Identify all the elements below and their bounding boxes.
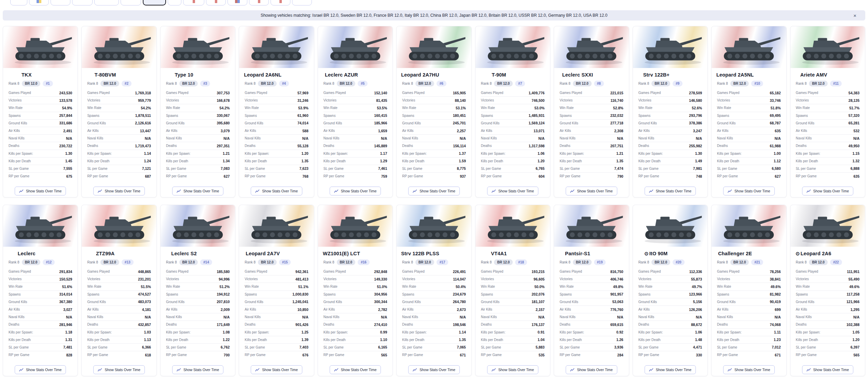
stat-value: 7,623 <box>300 166 308 171</box>
stat-label: Win Rate <box>717 285 731 288</box>
show-stats-over-time-button[interactable]: Show Stats Over Time <box>566 365 617 374</box>
line-chart-icon <box>413 189 417 193</box>
br-badge: BR 12.0 <box>809 81 828 86</box>
nation-filter-button[interactable] <box>94 0 119 5</box>
show-stats-over-time-button[interactable]: Show Stats Over Time <box>93 187 144 195</box>
nation-filter-button[interactable] <box>121 0 141 5</box>
show-stats-over-time-button[interactable]: Show Stats Over Time <box>172 365 223 374</box>
show-stats-over-time-button[interactable]: Show Stats Over Time <box>330 187 381 195</box>
stat-value: 1.31 <box>65 338 72 342</box>
stat-label: Naval Kills <box>638 315 655 319</box>
vehicle-name: Leclerc <box>18 251 36 256</box>
stat-label: Kills per Death <box>323 338 346 342</box>
stat-label: RP per Game <box>323 353 344 357</box>
stat-value: 2,126,616 <box>135 121 151 125</box>
rank-label: Rank 8 <box>9 82 19 85</box>
stat-row: Air Kills635 <box>717 127 781 135</box>
br-badge: BR 12.0 <box>415 81 434 86</box>
show-stats-over-time-button[interactable]: Show Stats Over Time <box>487 365 538 374</box>
stat-label: Spawns <box>796 292 808 296</box>
show-stats-over-time-button[interactable]: Show Stats Over Time <box>645 365 696 374</box>
show-stats-over-time-button[interactable]: Show Stats Over Time <box>566 187 617 195</box>
stat-value: 483,073 <box>138 300 151 304</box>
stat-label: Naval Kills <box>166 315 182 319</box>
stat-value: 304,956 <box>374 292 387 296</box>
stats-table: Games Played292,848Victories149,330Win R… <box>318 268 392 358</box>
stat-value: 1.12 <box>774 159 781 163</box>
show-stats-over-time-button[interactable]: Show Stats Over Time <box>723 365 774 374</box>
stat-row: RP per Game675 <box>9 173 72 180</box>
stat-row: Win Rate51.6% <box>9 283 72 290</box>
show-stats-over-time-button[interactable]: Show Stats Over Time <box>93 365 144 374</box>
show-stats-over-time-button[interactable]: Show Stats Over Time <box>251 365 302 374</box>
stat-label: Deaths <box>481 323 492 326</box>
nation-filter-button[interactable] <box>10 0 27 5</box>
show-stats-over-time-button[interactable]: Show Stats Over Time <box>408 187 459 195</box>
show-stats-over-time-button[interactable]: Show Stats Over Time <box>645 187 696 195</box>
stat-label: Kills per Spawn: <box>717 330 742 334</box>
stat-row: Kills per Death1.31 <box>9 336 72 344</box>
show-stats-over-time-button[interactable]: Show Stats Over Time <box>487 187 538 195</box>
nation-filter-button[interactable] <box>271 0 290 5</box>
show-stats-over-time-button[interactable]: Show Stats Over Time <box>723 187 774 195</box>
stat-label: Ground Kills <box>796 121 814 125</box>
vehicle-image <box>633 26 707 68</box>
stat-row: Deaths176,137 <box>481 321 545 328</box>
nation-filter-button[interactable] <box>292 0 312 5</box>
show-stats-over-time-button[interactable]: Show Stats Over Time <box>251 187 302 195</box>
show-stats-over-time-button[interactable]: Show Stats Over Time <box>172 187 223 195</box>
stat-row: Win Rate51.7% <box>796 104 859 112</box>
nation-filter-button[interactable] <box>143 0 166 5</box>
stat-label: Kills per Spawn: <box>560 330 584 334</box>
br-badge: BR 12.0 <box>651 259 670 265</box>
stat-row: RP per Game635 <box>796 173 859 180</box>
stat-row: Games Played942,361 <box>245 268 308 275</box>
nation-filter-button[interactable] <box>29 0 49 5</box>
stat-row: Spawns123,966 <box>638 291 702 298</box>
show-stats-over-time-button[interactable]: Show Stats Over Time <box>330 365 381 374</box>
show-stats-over-time-button[interactable]: Show Stats Over Time <box>408 365 459 374</box>
stat-row: Naval KillsN/A <box>9 135 72 142</box>
show-stats-over-time-button[interactable]: Show Stats Over Time <box>802 187 853 195</box>
position-badge: #5 <box>358 81 368 86</box>
line-chart-icon <box>492 368 496 372</box>
stat-value: N/A <box>66 136 72 140</box>
close-icon[interactable]: × <box>853 10 856 21</box>
stat-value: 1,719,473 <box>135 144 151 148</box>
stat-row: SL per Game6,762 <box>166 344 230 351</box>
nation-filter-button[interactable] <box>228 0 247 5</box>
nation-filter-button[interactable] <box>168 0 181 5</box>
stat-row: Deaths901,426 <box>245 321 308 328</box>
show-stats-over-time-button[interactable]: Show Stats Over Time <box>15 187 66 195</box>
nation-filter-button[interactable] <box>206 0 226 5</box>
vehicle-name-row: T-80BVM <box>82 72 128 78</box>
stat-label: Games Played <box>9 270 31 273</box>
stat-row: Kills per Death1.32 <box>796 158 859 165</box>
show-stats-over-time-label: Show Stats Over Time <box>577 189 612 193</box>
stat-value: 1.49 <box>695 159 702 163</box>
stat-label: Kills per Death <box>166 338 188 342</box>
stat-value: 6,366 <box>142 345 151 349</box>
show-stats-over-time-button[interactable]: Show Stats Over Time <box>15 365 66 374</box>
stat-label: Deaths <box>717 323 728 326</box>
show-stats-over-time-button[interactable]: Show Stats Over Time <box>802 365 853 374</box>
rank-label: Rank 8 <box>166 82 177 85</box>
stat-label: Games Played <box>323 91 346 95</box>
show-stats-over-time-label: Show Stats Over Time <box>813 368 849 372</box>
vehicle-card: Leopard 2A6NL Rank 8 BR 12.0 #4 Games Pl… <box>239 26 314 198</box>
stat-row: Kills per Spawn:0.92 <box>560 329 623 336</box>
nation-filter-button[interactable] <box>183 0 204 5</box>
nation-filter-button[interactable] <box>249 0 269 5</box>
stat-value: 1.22 <box>223 338 230 342</box>
vehicle-name: WZ1001(E) LCT <box>323 251 360 256</box>
line-chart-icon <box>570 368 575 372</box>
stat-value: 51.5% <box>141 285 151 289</box>
stat-label: Deaths <box>9 323 19 326</box>
stat-row: Win Rate54.2% <box>166 104 230 112</box>
nation-filter-button[interactable] <box>51 0 70 5</box>
nation-filter-button[interactable] <box>72 0 93 5</box>
stat-label: Deaths <box>323 323 334 326</box>
tank-icon <box>559 32 624 65</box>
stat-row: Air Kills2,157 <box>481 306 545 313</box>
stats-table: Games Played185,580Victories94,996Win Ra… <box>161 268 235 358</box>
